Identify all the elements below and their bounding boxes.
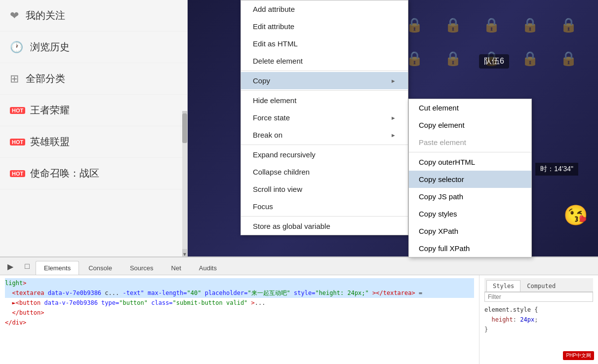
sidebar-scroll-down[interactable]: ▼ — [182, 249, 187, 256]
submenu-item-copy-selector[interactable]: Copy selector — [409, 171, 531, 188]
grid-icon: ⊞ — [10, 73, 19, 85]
menu-item-edit-attribute[interactable]: Edit attribute — [241, 18, 408, 35]
lock-icon: 🔒 — [438, 10, 468, 39]
sidebar-item-label: 我的关注 — [26, 9, 65, 22]
html-line: ►<button data-v-7e0b9386 type="button" c… — [5, 298, 474, 308]
menu-item-store-global[interactable]: Store as global variable — [241, 218, 408, 235]
tab-sources[interactable]: Sources — [121, 261, 162, 275]
sidebar-item-history[interactable]: 🕐 浏览历史 — [0, 32, 187, 63]
submenu-item-copy-element[interactable]: Copy element — [409, 116, 531, 134]
lock-icon: 🔒 — [515, 10, 545, 39]
html-line: </div> — [5, 318, 474, 328]
submenu-item-paste-element[interactable]: Paste element — [409, 134, 531, 151]
menu-separator — [241, 71, 408, 71]
devtools-content: light> <textarea data-v-7e0b9386 c... -t… — [0, 275, 598, 364]
inspect-icon[interactable]: □ — [20, 259, 35, 274]
submenu-item-copy-full-xpath[interactable]: Copy full XPath — [409, 240, 531, 257]
menu-item-expand-recursively[interactable]: Expand recursively — [241, 146, 408, 163]
menu-item-hide-element[interactable]: Hide element — [241, 92, 408, 109]
emoji-area: 😘 — [563, 204, 588, 227]
sidebar: ❤ 我的关注 🕐 浏览历史 ⊞ 全部分类 HOT 王者荣耀 HOT 英雄联盟 H… — [0, 0, 188, 256]
tab-console[interactable]: Console — [80, 261, 120, 275]
menu-separator — [241, 90, 408, 91]
submenu-item-copy-xpath[interactable]: Copy XPath — [409, 222, 531, 240]
submenu-item-copy-outerhtml[interactable]: Copy outerHTML — [409, 153, 531, 171]
styles-tabs: Styles Computed — [484, 278, 593, 292]
html-line: <textarea data-v-7e0b9386 c... -text" ma… — [5, 288, 474, 298]
tab-styles[interactable]: Styles — [486, 280, 520, 291]
menu-item-collapse-children[interactable]: Collapse children — [241, 163, 408, 181]
sidebar-item-label: 全部分类 — [26, 72, 65, 85]
lock-icon: 🔒 — [515, 43, 545, 73]
menu-item-force-state[interactable]: Force state ► — [241, 109, 408, 126]
lock-icon: 🔒 — [477, 10, 506, 39]
lock-icon: 🔒 — [438, 43, 468, 73]
hot-badge: HOT — [10, 170, 25, 177]
menu-item-add-attribute[interactable]: Add attribute — [241, 0, 408, 18]
heart-icon: ❤ — [10, 9, 19, 22]
sidebar-item-label: 浏览历史 — [30, 40, 70, 54]
tab-network[interactable]: Net — [163, 261, 190, 275]
sidebar-item-game3[interactable]: HOT 使命召唤：战区 — [0, 158, 187, 189]
submenu-item-copy-js-path[interactable]: Copy JS path — [409, 188, 531, 205]
html-text: light — [5, 280, 23, 287]
devtools-panel: ▶ □ Elements Console Sources Net Audits … — [0, 256, 598, 364]
team-label: 队伍6 — [479, 54, 509, 69]
styles-filter-input[interactable] — [484, 292, 593, 302]
sidebar-item-game2[interactable]: HOT 英雄联盟 — [0, 126, 187, 158]
sidebar-item-all-categories[interactable]: ⊞ 全部分类 — [0, 63, 187, 95]
html-line: </button> — [5, 308, 474, 318]
tab-audits[interactable]: Audits — [191, 261, 225, 275]
menu-item-copy[interactable]: Copy ► — [241, 72, 408, 89]
php-watermark: PHP中文网 — [563, 351, 594, 360]
styles-rule: element.style { — [484, 305, 593, 315]
sidebar-item-label: 王者荣耀 — [30, 104, 70, 117]
timer-label: 时：14'34" — [535, 163, 578, 176]
menu-item-delete-element[interactable]: Delete element — [241, 52, 408, 70]
devtools-html-panel[interactable]: light> <textarea data-v-7e0b9386 c... -t… — [0, 275, 479, 364]
sidebar-scrollbar-thumb[interactable] — [182, 113, 187, 143]
menu-item-scroll-into-view[interactable]: Scroll into view — [241, 181, 408, 198]
chevron-right-icon: ► — [391, 115, 396, 121]
sidebar-item-my-follow[interactable]: ❤ 我的关注 — [0, 0, 187, 32]
sidebar-item-label: 使命召唤：战区 — [30, 167, 99, 180]
html-line: light> — [5, 278, 474, 288]
tab-elements[interactable]: Elements — [36, 261, 79, 275]
devtools-tabs: ▶ □ Elements Console Sources Net Audits — [0, 257, 598, 275]
menu-item-focus[interactable]: Focus — [241, 198, 408, 215]
chevron-right-icon: ► — [391, 78, 396, 84]
tab-computed[interactable]: Computed — [520, 280, 562, 291]
cursor-icon[interactable]: ▶ — [3, 259, 18, 274]
context-menu: Add attribute Edit attribute Edit as HTM… — [240, 0, 408, 235]
styles-close: } — [484, 325, 593, 334]
chevron-right-icon: ► — [391, 132, 396, 138]
submenu-item-copy-styles[interactable]: Copy styles — [409, 205, 531, 222]
lock-icon: 🔒 — [554, 10, 583, 39]
devtools-styles-panel: Styles Computed element.style { height: … — [479, 275, 598, 364]
menu-item-edit-as-html[interactable]: Edit as HTML — [241, 35, 408, 52]
copy-submenu: Cut element Copy element Paste element C… — [408, 99, 532, 257]
hot-badge: HOT — [10, 107, 25, 114]
lock-icon: 🔒 — [554, 43, 583, 73]
styles-property: height: 24px; — [484, 315, 593, 325]
clock-icon: 🕐 — [10, 41, 23, 54]
menu-separator — [241, 216, 408, 217]
sidebar-scrollbar[interactable] — [182, 113, 187, 252]
hot-badge: HOT — [10, 139, 25, 146]
menu-separator — [241, 145, 408, 145]
sidebar-item-label: 英雄联盟 — [30, 135, 70, 148]
sidebar-item-game1[interactable]: HOT 王者荣耀 — [0, 95, 187, 126]
submenu-item-cut-element[interactable]: Cut element — [409, 99, 531, 116]
menu-item-break-on[interactable]: Break on ► — [241, 126, 408, 144]
menu-separator — [409, 152, 531, 152]
